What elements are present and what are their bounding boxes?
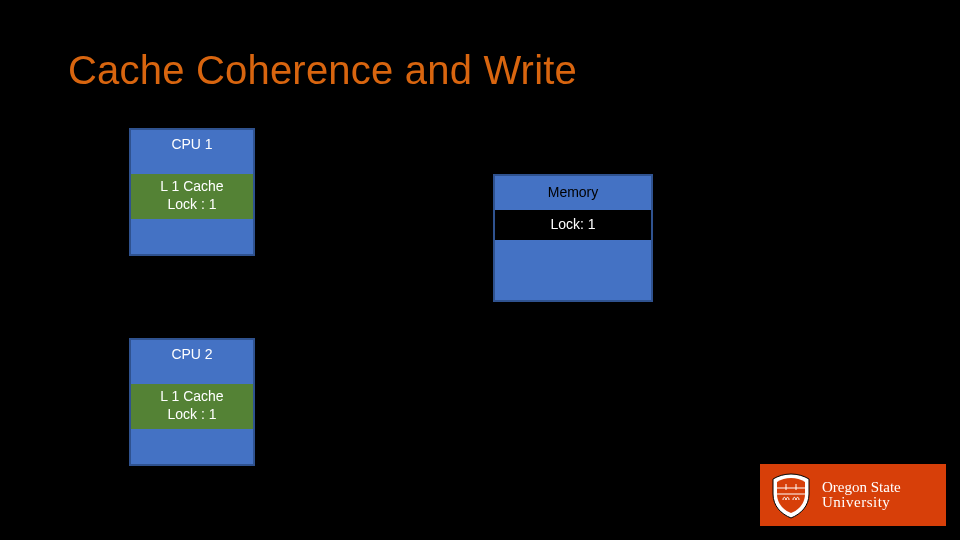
cpu1-cache: L 1 Cache Lock : 1	[131, 174, 253, 219]
shield-icon	[766, 470, 816, 520]
cpu1-caption: Acquire Lock xchg(lock, 1)	[22, 158, 103, 194]
osu-logo-line2: University	[822, 495, 901, 510]
cpu2-box: CPU 2 L 1 Cache Lock : 1	[129, 338, 255, 466]
memory-box: Memory Lock: 1	[493, 174, 653, 302]
cpu2-cache-line1: L 1 Cache	[131, 388, 253, 406]
cpu2-caption-line3: xchg(lock, 1)	[22, 406, 101, 424]
cpu1-caption-line1: Acquire Lock	[22, 158, 103, 176]
cpu2-cache: L 1 Cache Lock : 1	[131, 384, 253, 429]
osu-logo-text: Oregon State University	[822, 480, 901, 511]
osu-logo: Oregon State University	[760, 464, 946, 526]
cpu2-label: CPU 2	[131, 340, 253, 370]
memory-label: Memory	[495, 176, 651, 210]
cpu2-caption-line1: Spinlock	[22, 370, 101, 388]
cpu1-box: CPU 1 L 1 Cache Lock : 1	[129, 128, 255, 256]
cpu1-cache-line1: L 1 Cache	[131, 178, 253, 196]
cpu1-caption-line2: xchg(lock, 1)	[22, 176, 103, 194]
cpu1-label: CPU 1	[131, 130, 253, 160]
cpu2-caption-line2: Waiting. .	[22, 388, 101, 406]
cpu1-cache-line2: Lock : 1	[131, 196, 253, 214]
cpu2-cache-line2: Lock : 1	[131, 406, 253, 424]
cpu2-caption: Spinlock Waiting. . xchg(lock, 1)	[22, 370, 101, 425]
slide-title: Cache Coherence and Write	[68, 48, 577, 93]
osu-logo-line1: Oregon State	[822, 480, 901, 495]
memory-value: Lock: 1	[495, 210, 651, 240]
